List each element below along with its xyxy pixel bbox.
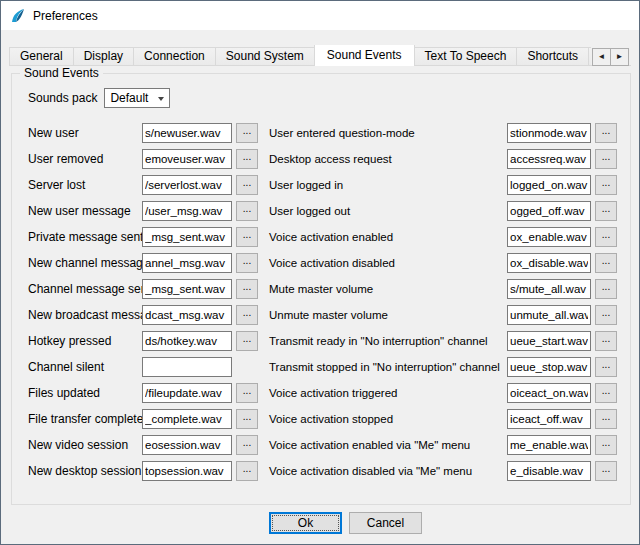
sound-file-input[interactable]: [507, 331, 591, 351]
browse-button[interactable]: ...: [236, 383, 258, 403]
sound-event-label: Unmute master volume: [269, 309, 507, 321]
sound-events-left-column: New user ... User removed ... Server los…: [28, 120, 269, 484]
sound-event-label: Transmit stopped in "No interruption" ch…: [269, 361, 507, 373]
browse-button[interactable]: ...: [595, 149, 617, 169]
app-icon: [10, 8, 26, 24]
sound-event-label: Hotkey pressed: [28, 334, 142, 348]
sound-event-label: Voice activation triggered: [269, 387, 507, 399]
browse-button[interactable]: ...: [595, 305, 617, 325]
sound-event-label: Voice activation enabled: [269, 231, 507, 243]
browse-button[interactable]: ...: [236, 435, 258, 455]
sound-event-label: File transfer complete: [28, 412, 142, 426]
sound-file-input[interactable]: [507, 357, 591, 377]
browse-button[interactable]: ...: [236, 201, 258, 221]
sound-event-label: New desktop session: [28, 464, 142, 478]
sound-file-input[interactable]: [142, 201, 232, 221]
sound-file-input[interactable]: [507, 253, 591, 273]
sound-file-input[interactable]: [507, 461, 591, 481]
sound-event-label: Desktop access request: [269, 153, 507, 165]
sound-event-label: Channel message sent: [28, 282, 142, 296]
tab-video[interactable]: Video: [588, 47, 591, 65]
tab-sound-events[interactable]: Sound Events: [314, 45, 415, 66]
sound-file-input[interactable]: [142, 227, 232, 247]
browse-button[interactable]: ...: [236, 227, 258, 247]
browse-button[interactable]: ...: [595, 123, 617, 143]
sound-event-label: New user message: [28, 204, 142, 218]
row-user-entered-question-mode: User entered question-mode ...: [269, 120, 626, 146]
sounds-pack-select[interactable]: Default: [104, 88, 170, 108]
sound-file-input[interactable]: [507, 175, 591, 195]
browse-button[interactable]: ...: [595, 331, 617, 351]
browse-button[interactable]: ...: [595, 253, 617, 273]
sound-events-groupbox: Sound Events Sounds pack Default New use…: [11, 73, 631, 505]
chevron-down-icon: [158, 97, 164, 101]
sound-file-input[interactable]: [507, 201, 591, 221]
sound-file-input[interactable]: [507, 409, 591, 429]
sound-file-input[interactable]: [142, 253, 232, 273]
browse-button[interactable]: ...: [595, 357, 617, 377]
tab-sound-system[interactable]: Sound System: [215, 47, 315, 65]
sound-file-input[interactable]: [507, 383, 591, 403]
sound-file-input[interactable]: [142, 149, 232, 169]
tab-scroll-right-button[interactable]: ►: [610, 48, 629, 66]
sound-file-input[interactable]: [142, 175, 232, 195]
sound-file-input[interactable]: [142, 279, 232, 299]
tab-general[interactable]: General: [9, 47, 74, 65]
browse-button[interactable]: ...: [595, 383, 617, 403]
sound-event-label: Voice activation stopped: [269, 413, 507, 425]
row-files-updated: Files updated ...: [28, 380, 269, 406]
sound-file-input[interactable]: [142, 305, 232, 325]
row-voice-activation-disabled: Voice activation disabled ...: [269, 250, 626, 276]
ok-button[interactable]: Ok: [269, 512, 342, 534]
browse-button[interactable]: ...: [595, 227, 617, 247]
tab-shortcuts[interactable]: Shortcuts: [516, 47, 589, 65]
sound-file-input[interactable]: [142, 357, 232, 377]
sound-file-input[interactable]: [507, 435, 591, 455]
browse-button[interactable]: ...: [236, 331, 258, 351]
tab-scroll-buttons: ◄ ►: [592, 48, 629, 66]
row-server-lost: Server lost ...: [28, 172, 269, 198]
sound-file-input[interactable]: [142, 383, 232, 403]
sound-file-input[interactable]: [507, 279, 591, 299]
sound-event-label: Transmit ready in "No interruption" chan…: [269, 335, 507, 347]
browse-button[interactable]: ...: [236, 253, 258, 273]
sound-file-input[interactable]: [507, 149, 591, 169]
browse-button[interactable]: ...: [595, 409, 617, 429]
sound-event-label: User logged out: [269, 205, 507, 217]
cancel-button[interactable]: Cancel: [349, 512, 422, 534]
sound-event-label: Channel silent: [28, 360, 142, 374]
sound-file-input[interactable]: [142, 461, 232, 481]
browse-button[interactable]: ...: [595, 279, 617, 299]
dialog-content: General Display Connection Sound System …: [1, 30, 639, 544]
sound-file-input[interactable]: [507, 227, 591, 247]
browse-button[interactable]: ...: [595, 175, 617, 195]
browse-button[interactable]: ...: [236, 175, 258, 195]
row-unmute-master-volume: Unmute master volume ...: [269, 302, 626, 328]
tab-text-to-speech[interactable]: Text To Speech: [414, 47, 518, 65]
sounds-pack-value: Default: [110, 91, 148, 105]
browse-button[interactable]: ...: [595, 435, 617, 455]
browse-button[interactable]: ...: [236, 305, 258, 325]
tab-scroll-left-button[interactable]: ◄: [592, 48, 611, 66]
browse-button[interactable]: ...: [236, 123, 258, 143]
sound-event-label: Private message sent: [28, 230, 142, 244]
window-title: Preferences: [33, 9, 98, 23]
sound-event-label: User entered question-mode: [269, 127, 507, 139]
tab-connection[interactable]: Connection: [133, 47, 216, 65]
row-voice-activation-enabled: Voice activation enabled ...: [269, 224, 626, 250]
row-new-user-message: New user message ...: [28, 198, 269, 224]
sound-file-input[interactable]: [507, 123, 591, 143]
browse-button[interactable]: ...: [595, 201, 617, 221]
browse-button[interactable]: ...: [236, 461, 258, 481]
browse-button[interactable]: ...: [236, 279, 258, 299]
browse-button[interactable]: ...: [236, 149, 258, 169]
sound-event-label: Server lost: [28, 178, 142, 192]
sound-file-input[interactable]: [142, 435, 232, 455]
sound-file-input[interactable]: [142, 331, 232, 351]
browse-button[interactable]: ...: [595, 461, 617, 481]
sound-file-input[interactable]: [142, 123, 232, 143]
sound-file-input[interactable]: [142, 409, 232, 429]
sound-file-input[interactable]: [507, 305, 591, 325]
browse-button[interactable]: ...: [236, 409, 258, 429]
tab-display[interactable]: Display: [73, 47, 134, 65]
